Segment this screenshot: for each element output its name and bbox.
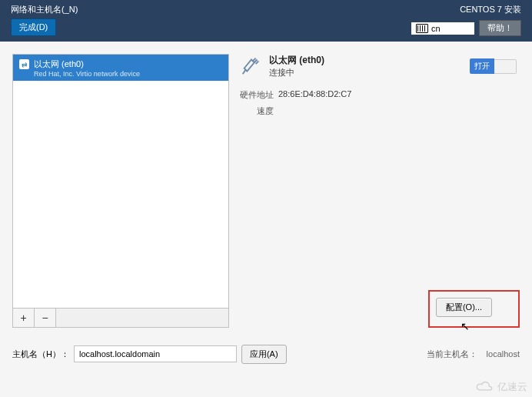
connection-toggle[interactable]: 打开 — [470, 58, 517, 74]
interface-list-item[interactable]: ⇄ 以太网 (eth0) Red Hat, Inc. Virtio networ… — [13, 55, 228, 81]
ethernet-icon: ⇄ — [19, 59, 29, 69]
header: 网络和主机名(_N) 完成(D) CENTOS 7 安装 cn 帮助！ — [0, 0, 532, 42]
toggle-on-label: 打开 — [470, 58, 494, 74]
language-code: cn — [431, 24, 441, 33]
watermark-text: 亿速云 — [497, 380, 527, 394]
page-title: 网络和主机名(_N) — [11, 4, 78, 15]
content-area: ⇄ 以太网 (eth0) Red Hat, Inc. Virtio networ… — [0, 42, 532, 340]
connection-title: 以太网 (eth0) — [269, 54, 324, 67]
toggle-track — [494, 59, 517, 74]
network-plug-icon — [240, 54, 263, 78]
hostname-footer: 主机名（H）： 应用(A) 当前主机名： localhost — [0, 340, 532, 368]
help-button[interactable]: 帮助！ — [479, 20, 521, 36]
keyboard-layout-selector[interactable]: cn — [411, 22, 474, 35]
installer-title: CENTOS 7 安装 — [411, 4, 521, 15]
interface-description: Red Hat, Inc. Virtio network device — [34, 70, 140, 78]
header-right: CENTOS 7 安装 cn 帮助！ — [411, 0, 521, 36]
spacer — [56, 309, 228, 327]
interface-detail-panel: 以太网 (eth0) 连接中 打开 硬件地址 28:6E:D4:88:D2:C7… — [240, 54, 520, 328]
interface-name: 以太网 (eth0) — [34, 58, 140, 70]
speed-label: 速度 — [240, 105, 278, 117]
configure-highlight: 配置(O)... ↖ — [428, 290, 520, 328]
add-interface-button[interactable]: + — [13, 309, 35, 327]
header-left: 网络和主机名(_N) 完成(D) — [11, 0, 78, 36]
current-hostname-label: 当前主机名： — [427, 349, 477, 360]
hostname-label: 主机名（H）： — [12, 349, 69, 360]
network-interface-panel: ⇄ 以太网 (eth0) Red Hat, Inc. Virtio networ… — [12, 54, 229, 328]
interface-list-toolbar: + − — [12, 309, 229, 328]
keyboard-icon — [416, 24, 428, 33]
hostname-input[interactable] — [74, 345, 237, 362]
connection-status: 连接中 — [269, 67, 324, 78]
remove-interface-button[interactable]: − — [35, 309, 56, 327]
apply-hostname-button[interactable]: 应用(A) — [241, 345, 287, 364]
speed-value — [278, 105, 520, 117]
current-hostname-value: localhost — [487, 349, 520, 359]
connection-details: 硬件地址 28:6E:D4:88:D2:C7 速度 — [240, 89, 520, 117]
done-button[interactable]: 完成(D) — [11, 18, 56, 36]
cursor-icon: ↖ — [461, 320, 470, 332]
watermark: 亿速云 — [474, 380, 527, 394]
configure-button[interactable]: 配置(O)... — [436, 298, 492, 317]
hw-address-label: 硬件地址 — [240, 89, 278, 101]
hw-address-value: 28:6E:D4:88:D2:C7 — [278, 89, 520, 101]
interface-list[interactable]: ⇄ 以太网 (eth0) Red Hat, Inc. Virtio networ… — [12, 54, 229, 309]
